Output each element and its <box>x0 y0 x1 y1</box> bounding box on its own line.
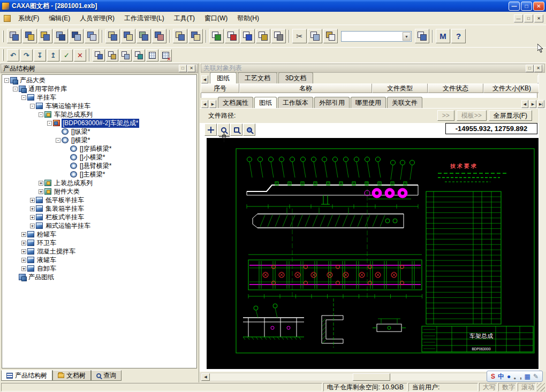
doc-info-icon[interactable] <box>271 29 286 43</box>
plus-expander-icon[interactable]: + <box>21 241 26 245</box>
tree-item[interactable]: +栏板式半挂车 <box>2 213 196 221</box>
doc-tabs-nav-right-button[interactable]: ▶ <box>529 100 536 108</box>
side-tab-0[interactable]: 产品结构树 <box>1 370 52 381</box>
doc-tab-5[interactable]: 关联文件 <box>387 97 422 108</box>
cancel-icon[interactable]: ✕ <box>74 49 86 62</box>
tree-item[interactable]: +集装箱半挂车 <box>2 204 196 213</box>
tree-item-label[interactable]: 液罐车 <box>36 256 57 265</box>
checkout-icon[interactable] <box>38 29 52 43</box>
task-icon[interactable] <box>188 29 203 43</box>
tree-item-label[interactable]: 产品图纸 <box>27 273 55 282</box>
related-panel-close-button[interactable]: ✕ <box>534 65 542 72</box>
import-icon[interactable]: ↧ <box>34 49 46 62</box>
menu-item-5[interactable]: 窗口(W) <box>200 12 232 25</box>
column-header-1[interactable]: 名称 <box>239 83 372 93</box>
tree-item-label[interactable]: 半挂车 <box>36 93 57 102</box>
tree-item-label[interactable]: 自卸车 <box>36 264 57 273</box>
tree-item-label[interactable]: 栏板式半挂车 <box>44 213 85 222</box>
new-version-icon[interactable] <box>105 29 120 43</box>
tree-item-label[interactable]: []横梁* <box>70 136 91 145</box>
menu-item-3[interactable]: 工作流管理(L) <box>119 12 169 25</box>
plus-expander-icon[interactable]: + <box>30 224 35 228</box>
tree-item[interactable]: -产品大类 <box>2 76 196 84</box>
tree-item-label[interactable]: 厢式运输半挂车 <box>44 221 92 230</box>
tree-item[interactable]: +环卫车 <box>2 239 196 247</box>
checkin-icon[interactable] <box>22 29 37 43</box>
plus-expander-icon[interactable]: + <box>21 258 26 263</box>
plus-expander-icon[interactable]: + <box>21 249 26 254</box>
toolbar-grip[interactable] <box>2 49 4 61</box>
ime-tools-icon[interactable]: ✎ <box>533 373 539 380</box>
menu-item-2[interactable]: 人员管理(R) <box>75 12 119 25</box>
zoom-window-icon[interactable] <box>230 124 242 136</box>
pan-icon[interactable] <box>204 124 217 136</box>
tree-item[interactable]: []小横梁* <box>2 153 196 162</box>
scrollbar-thumb[interactable] <box>353 373 390 381</box>
related-tabs-scroll-left-button[interactable]: ◀ <box>201 75 208 83</box>
minus-expander-icon[interactable]: - <box>30 104 35 109</box>
resize-grip[interactable] <box>537 383 545 391</box>
view-doc-icon[interactable] <box>256 29 270 43</box>
commit-icon[interactable]: ✓ <box>60 49 73 62</box>
horizontal-scrollbar[interactable]: ◀ ▶ <box>201 373 536 381</box>
related-tab-1[interactable]: 工艺文档 <box>238 72 277 83</box>
tree-item[interactable]: +粉罐车 <box>2 230 196 239</box>
plus-expander-icon[interactable]: + <box>39 189 43 194</box>
menu-item-6[interactable]: 帮助(H) <box>232 12 264 25</box>
tree-item-label[interactable]: []主横梁* <box>79 170 106 179</box>
tree-item[interactable]: -车辆运输半挂车 <box>2 102 196 110</box>
tree-item-label[interactable]: 附件大类 <box>53 187 81 196</box>
combo-dropdown-icon[interactable]: ▼ <box>403 32 411 41</box>
undo-checkout-icon[interactable] <box>54 29 68 43</box>
tree-item[interactable]: -[BDP063000#-2]车架总成* <box>2 119 196 127</box>
tree-item-label[interactable]: 集装箱半挂车 <box>44 204 85 213</box>
minus-expander-icon[interactable]: - <box>4 78 9 83</box>
edit-doc-icon[interactable] <box>240 29 255 43</box>
cad-canvas[interactable]: 技术要求车架总成BDP063000 <box>207 138 539 369</box>
child-close-button[interactable]: ✕ <box>534 14 543 22</box>
tree-item-label[interactable]: []悬臂横梁* <box>79 162 112 171</box>
plus-expander-icon[interactable]: + <box>30 198 35 203</box>
tree-item[interactable]: +液罐车 <box>2 256 196 264</box>
minus-expander-icon[interactable]: - <box>47 121 52 126</box>
find-icon[interactable]: M <box>436 29 450 43</box>
tree-item[interactable]: []主横梁* <box>2 170 196 179</box>
minimize-button[interactable]: — <box>509 2 520 11</box>
fullscreen-button[interactable]: 全屏显示(F) <box>489 110 532 121</box>
doc-tab-3[interactable]: 外部引用 <box>314 97 350 108</box>
tree-item-label[interactable]: 环卫车 <box>36 239 57 248</box>
menu-item-0[interactable]: 系统(F) <box>13 12 44 25</box>
column-header-0[interactable]: 序号 <box>201 83 239 93</box>
doc-tab-4[interactable]: 哪里使用 <box>351 97 386 108</box>
left-panel-close-button[interactable]: ✕ <box>187 65 195 72</box>
left-panel-dock-button[interactable]: □ <box>179 65 187 72</box>
minus-expander-icon[interactable]: - <box>13 87 18 91</box>
tree-item[interactable]: +附件大类 <box>2 187 196 196</box>
paste-node-icon[interactable] <box>106 49 118 62</box>
release-icon[interactable] <box>121 29 135 43</box>
ime-lang-icon[interactable]: 中 <box>498 373 504 380</box>
query-docs-icon[interactable] <box>7 29 21 43</box>
tree-item-label[interactable]: 通用零部件库 <box>27 84 68 94</box>
tree-item[interactable]: []穿插横梁* <box>2 144 196 153</box>
related-tab-2[interactable]: 3D文档 <box>278 72 313 83</box>
doc-tabs-nav-end-button[interactable]: ▶| <box>537 100 544 108</box>
tree-item[interactable]: []悬臂横梁* <box>2 162 196 170</box>
tree-item[interactable]: -通用零部件库 <box>2 84 196 93</box>
close-button[interactable]: ✕ <box>533 2 544 11</box>
tree-item[interactable]: +混凝土搅拌车 <box>2 247 196 256</box>
tree-item-label[interactable]: [BDP063000#-2]车架总成* <box>62 119 139 128</box>
ime-punct-icon[interactable]: 。, <box>513 373 521 380</box>
tree-item[interactable]: +自卸车 <box>2 264 196 273</box>
delete-table-icon[interactable]: ✕ <box>160 49 172 62</box>
cut-icon[interactable]: ✂ <box>292 29 307 43</box>
tree-item[interactable]: -车架总成系列 <box>2 110 196 119</box>
column-header-2[interactable]: 文件类型 <box>372 83 428 93</box>
menu-item-4[interactable]: 工具(T) <box>169 12 200 25</box>
tree-item-label[interactable]: 低平板半挂车 <box>44 196 85 205</box>
undo-icon[interactable]: ↶ <box>7 49 19 62</box>
link-icon[interactable] <box>133 49 145 62</box>
tree-item-label[interactable]: 产品大类 <box>19 76 47 85</box>
doc-tabs-scroll-right-button[interactable]: ▶ <box>209 100 216 108</box>
tree-item-label[interactable]: 车架总成系列 <box>53 110 94 119</box>
